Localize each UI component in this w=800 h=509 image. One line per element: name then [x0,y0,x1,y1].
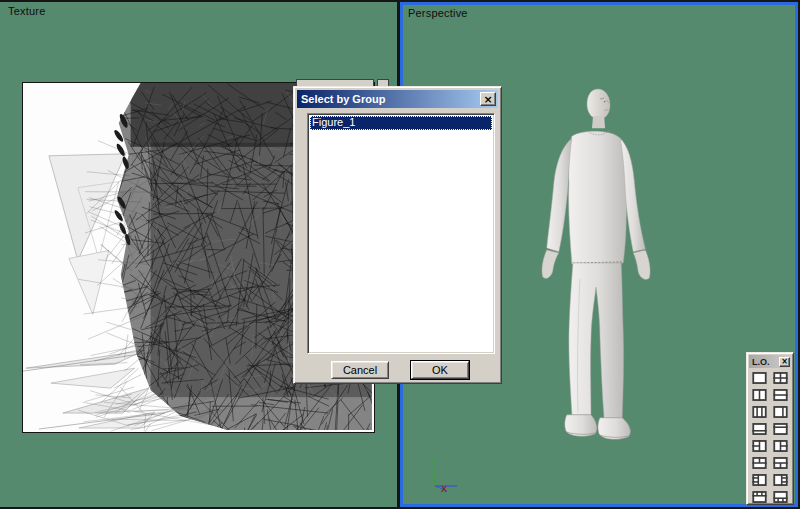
layout-top-3cells-icon [752,491,767,503]
figure-shoes [565,415,631,440]
layout-bottom-split-button[interactable] [772,456,789,470]
layout-top-split-icon [752,457,767,469]
layout-bottom-split-icon [773,457,788,469]
layout-2col-button[interactable] [751,388,768,402]
layout-right-split-button[interactable] [772,439,789,453]
figure-shirt [547,131,646,264]
layout-row-top-thin-button[interactable] [772,422,789,436]
layout-row-bottom-thin-icon [752,423,767,435]
layout-single-icon [752,372,767,384]
layout-buttons-grid [747,368,793,507]
layout-row-bottom-thin-button[interactable] [751,422,768,436]
ok-button[interactable]: OK [411,361,469,379]
layout-grid-2x2-button[interactable] [772,371,789,385]
group-list[interactable]: Figure_1 [307,113,495,354]
select-by-group-dialog: Select by Group × Figure_1 Cancel OK [293,86,502,384]
layout-palette-title: L.O. [752,357,779,367]
dialog-titlebar[interactable]: Select by Group × [297,90,498,108]
layout-single-button[interactable] [751,371,768,385]
figure-model[interactable] [525,88,657,450]
layout-3col-icon [752,406,767,418]
layout-top-3cells-button[interactable] [751,490,768,504]
layout-2row-button[interactable] [772,388,789,402]
layout-2col-icon [752,389,767,401]
close-icon[interactable]: × [779,357,790,367]
layout-left-3cells-icon [752,474,767,486]
figure-pants [569,263,624,418]
axis-gizmo: Y X [421,455,469,495]
close-icon[interactable]: × [480,92,496,106]
figure-head [587,89,610,128]
layout-left-split-button[interactable] [751,439,768,453]
layout-right-3cells-icon [773,474,788,486]
layout-bottom-3cells-icon [773,491,788,503]
viewport-texture-label: Texture [8,5,45,17]
layout-grid-2x2-icon [773,372,788,384]
cancel-button[interactable]: Cancel [331,361,389,379]
layout-palette: L.O. × [746,352,794,505]
y-axis-label: Y [431,457,437,467]
viewport-perspective-label: Perspective [408,7,468,19]
layout-bottom-3cells-button[interactable] [772,490,789,504]
layout-3col-button[interactable] [751,405,768,419]
layout-palette-titlebar[interactable]: L.O. × [749,355,791,368]
layout-left-split-icon [752,440,767,452]
layout-col-right-button[interactable] [772,405,789,419]
layout-top-split-button[interactable] [751,456,768,470]
x-axis-label: X [441,484,447,494]
layout-col-right-icon [773,406,788,418]
layout-right-split-icon [773,440,788,452]
dialog-title: Select by Group [301,93,480,105]
layout-row-top-thin-icon [773,423,788,435]
layout-right-3cells-button[interactable] [772,473,789,487]
layout-2row-icon [773,389,788,401]
layout-left-3cells-button[interactable] [751,473,768,487]
list-item[interactable]: Figure_1 [310,116,492,130]
